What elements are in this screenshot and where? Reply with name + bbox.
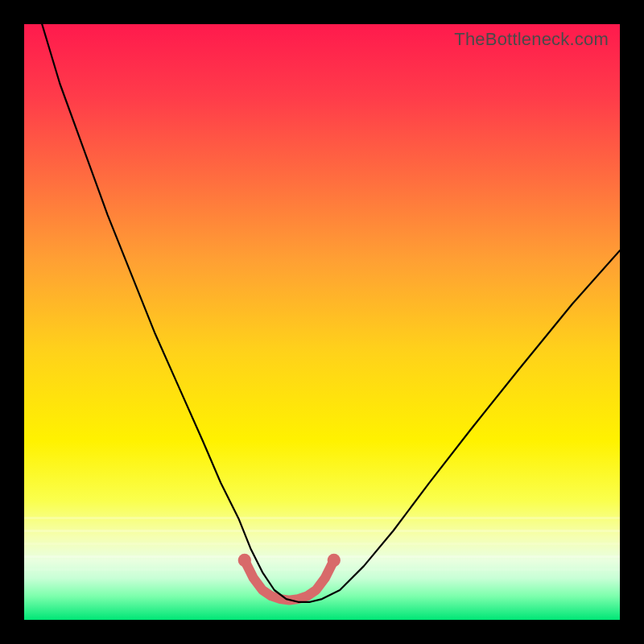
bottleneck-curve — [42, 24, 620, 602]
watermark-text: TheBottleneck.com — [454, 29, 609, 50]
chart-frame: TheBottleneck.com — [0, 0, 644, 644]
curve-layer — [24, 24, 620, 620]
highlight-band-group — [238, 554, 341, 601]
highlight-end-marker — [328, 554, 341, 567]
highlight-start-marker — [238, 554, 251, 567]
highlight-band — [245, 560, 334, 601]
plot-area: TheBottleneck.com — [24, 24, 620, 620]
